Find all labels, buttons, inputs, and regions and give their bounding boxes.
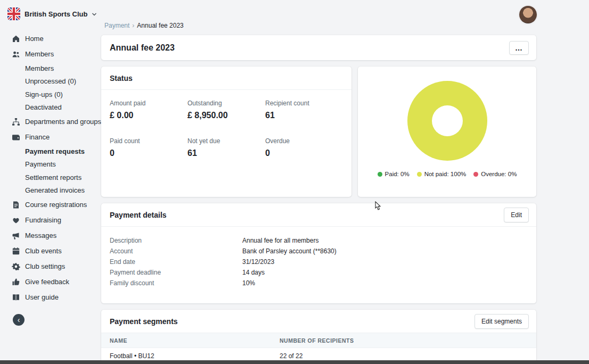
fundraising-icon xyxy=(12,216,20,225)
sidebar-nav: Home Members Members Unprocessed (0) Sig… xyxy=(7,31,101,305)
detail-label: Description xyxy=(110,235,242,246)
sidebar-item-club-events[interactable]: Club events xyxy=(7,243,101,259)
sidebar-item-label: Give feedback xyxy=(25,278,69,286)
payment-details-body: Description Annual fee for all members A… xyxy=(101,227,536,297)
status-card: Status Amount paid £ 0.00 Outstanding £ … xyxy=(101,67,351,197)
sidebar-item-finance[interactable]: Finance xyxy=(7,129,101,145)
legend-item-overdue: Overdue: 0% xyxy=(473,171,517,177)
stat-value: £ 0.00 xyxy=(110,110,187,121)
page-title-card: Annual fee 2023 … xyxy=(101,35,536,60)
sidebar-item-label: Deactivated xyxy=(25,103,62,111)
donut-chart xyxy=(407,81,487,161)
segment-name: Football • BU12 xyxy=(110,352,280,360)
sidebar-item-label: User guide xyxy=(25,293,59,301)
legend-item-paid: Paid: 0% xyxy=(378,171,410,177)
sidebar-item-user-guide[interactable]: User guide xyxy=(7,289,101,305)
column-header-name: NAME xyxy=(110,337,280,344)
breadcrumb-link-payment[interactable]: Payment xyxy=(104,22,129,29)
stat-outstanding: Outstanding £ 8,950.00 xyxy=(187,98,265,121)
detail-value: Annual fee for all members xyxy=(242,235,528,246)
legend-label: Overdue: 0% xyxy=(481,171,517,177)
legend-dot-overdue xyxy=(473,172,478,177)
sidebar-item-give-feedback[interactable]: Give feedback xyxy=(7,274,101,289)
payment-details-card: Payment details Edit Description Annual … xyxy=(101,203,536,303)
column-header-recipients: NUMBER OF RECIPIENTS xyxy=(280,337,528,344)
stat-label: Outstanding xyxy=(187,98,265,108)
club-switcher[interactable]: British Sports Club xyxy=(7,7,101,20)
sidebar-item-members[interactable]: Members xyxy=(7,46,101,62)
sidebar-item-label: Club events xyxy=(25,247,62,255)
breadcrumb-current: Annual fee 2023 xyxy=(137,22,183,29)
sidebar-item-label: Members xyxy=(25,64,54,72)
sidebar-item-label: Members xyxy=(25,50,54,58)
sidebar-item-club-settings[interactable]: Club settings xyxy=(7,259,101,274)
sidebar-item-home[interactable]: Home xyxy=(7,31,101,46)
more-options-button[interactable]: … xyxy=(509,41,529,55)
payment-details-header: Payment details Edit xyxy=(101,203,536,227)
calendar-icon xyxy=(12,247,20,255)
sidebar-item-label: Payment requests xyxy=(25,147,85,155)
sidebar-item-label: Messages xyxy=(25,231,56,239)
sidebar-item-label: Unprocessed (0) xyxy=(25,77,76,85)
megaphone-icon xyxy=(12,231,20,240)
sidebar-item-label: Sign-ups (0) xyxy=(25,90,63,98)
app-window: British Sports Club Home Members Members… xyxy=(0,0,589,364)
stat-paid-count: Paid count 0 xyxy=(110,136,187,159)
stat-value: 61 xyxy=(265,110,343,121)
edit-payment-details-button[interactable]: Edit xyxy=(504,208,529,222)
stat-amount-paid: Amount paid £ 0.00 xyxy=(110,98,187,121)
legend-dot-not-paid xyxy=(417,172,422,177)
sidebar-subitem-deactivated[interactable]: Deactivated xyxy=(7,101,101,114)
user-avatar[interactable] xyxy=(519,6,537,23)
detail-row-account: Account Bank of Parsley account (**8630) xyxy=(110,246,528,257)
chevron-down-icon xyxy=(92,12,97,17)
sidebar-item-departments-and-groups[interactable]: Departments and groups xyxy=(7,114,101,129)
detail-row-description: Description Annual fee for all members xyxy=(110,235,528,246)
sidebar-subitem-payments[interactable]: Payments xyxy=(7,158,101,171)
detail-row-payment-deadline: Payment deadline 14 days xyxy=(110,267,528,278)
sidebar-subitem-settlement-reports[interactable]: Settlement reports xyxy=(7,171,101,184)
stat-recipient-count: Recipient count 61 xyxy=(265,98,343,121)
sidebar-item-fundraising[interactable]: Fundraising xyxy=(7,212,101,228)
bottom-bar xyxy=(0,360,589,364)
edit-segments-button[interactable]: Edit segments xyxy=(475,314,529,329)
chart-legend: Paid: 0% Not paid: 100% Overdue: 0% xyxy=(378,171,517,177)
stat-not-yet-due: Not yet due 61 xyxy=(187,136,265,159)
sidebar-subitem-generated-invoices[interactable]: Generated invoices xyxy=(7,184,101,197)
sidebar-item-course-registrations[interactable]: Course registrations xyxy=(7,197,101,212)
breadcrumb-separator: › xyxy=(132,22,134,29)
segment-recipients: 22 of 22 xyxy=(280,352,528,360)
detail-label: Family discount xyxy=(110,278,242,288)
sidebar-item-messages[interactable]: Messages xyxy=(7,228,101,243)
course-registrations-icon xyxy=(12,201,20,209)
uk-flag-icon xyxy=(7,7,20,20)
breadcrumb: Payment›Annual fee 2023 xyxy=(104,22,184,29)
sidebar-subitem-unprocessed[interactable]: Unprocessed (0) xyxy=(7,75,101,88)
sidebar-item-label: Departments and groups xyxy=(25,118,101,126)
gear-icon xyxy=(12,262,20,271)
collapse-sidebar-button[interactable]: ‹ xyxy=(13,314,24,326)
sidebar-item-label: Course registrations xyxy=(25,201,87,209)
sidebar-subitem-sign-ups[interactable]: Sign-ups (0) xyxy=(7,88,101,101)
stat-value: 0 xyxy=(265,147,343,159)
status-card-title: Status xyxy=(110,74,133,82)
members-icon xyxy=(12,50,20,59)
sidebar-item-label: Generated invoices xyxy=(25,186,85,194)
sidebar-subitem-payment-requests[interactable]: Payment requests xyxy=(7,145,101,158)
detail-value: 10% xyxy=(242,278,528,288)
payment-status-chart-card: Paid: 0% Not paid: 100% Overdue: 0% xyxy=(358,67,536,197)
sidebar-item-label: Home xyxy=(25,35,44,43)
home-icon xyxy=(12,35,20,43)
detail-label: Payment deadline xyxy=(110,267,242,278)
sidebar: British Sports Club Home Members Members… xyxy=(0,0,101,364)
segments-table-header: NAME NUMBER OF RECIPIENTS xyxy=(101,333,536,348)
finance-icon xyxy=(12,133,20,142)
detail-label: Account xyxy=(110,246,242,257)
sidebar-subitem-members[interactable]: Members xyxy=(7,62,101,75)
stat-value: 61 xyxy=(187,147,265,159)
stat-label: Overdue xyxy=(265,136,343,146)
legend-label: Not paid: 100% xyxy=(424,171,467,177)
stat-label: Amount paid xyxy=(110,98,187,108)
status-card-header: Status xyxy=(101,67,351,90)
stat-overdue: Overdue 0 xyxy=(265,136,343,159)
